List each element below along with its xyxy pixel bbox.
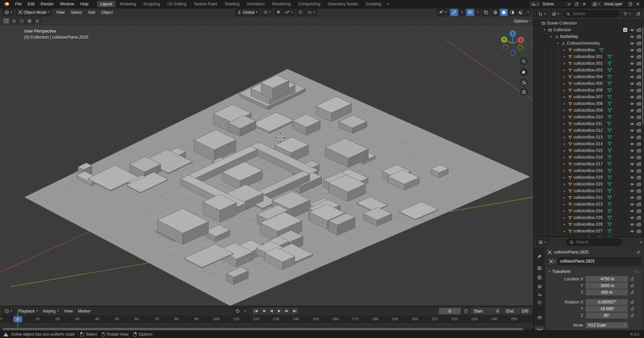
outliner-row[interactable]: ▸collisionBox.011 xyxy=(534,120,644,127)
menu-window[interactable]: Window xyxy=(57,1,77,7)
outliner-item-label[interactable]: collisionBox.020 xyxy=(574,182,603,186)
hide-viewport-toggle[interactable] xyxy=(629,61,635,66)
viewport-menu-view[interactable]: View xyxy=(53,10,68,15)
outliner-row[interactable]: ▸collisionBox.013 xyxy=(534,134,644,140)
hide-viewport-toggle[interactable] xyxy=(629,189,635,193)
outliner-item-label[interactable]: collisionBox.021 xyxy=(574,188,603,193)
outliner-item-label[interactable]: collisionBox.006 xyxy=(574,88,603,93)
play-button[interactable] xyxy=(275,307,283,315)
pin-icon[interactable] xyxy=(567,2,571,6)
outliner-item-label[interactable]: collisionBox.019 xyxy=(574,175,603,180)
tree-expand-arrow[interactable]: ▸ xyxy=(562,216,567,219)
blender-logo-icon[interactable] xyxy=(3,2,9,6)
timeline-expander-arrow[interactable]: ▸ xyxy=(1,317,2,320)
hide-viewport-toggle[interactable] xyxy=(629,135,635,139)
outliner-item-label[interactable]: collisionBox.014 xyxy=(574,142,603,146)
viewport-canvas[interactable] xyxy=(0,25,533,306)
tab-sculpting[interactable]: Sculpting xyxy=(140,1,163,7)
stopwatch-icon[interactable] xyxy=(464,309,468,314)
tree-expand-arrow[interactable]: ▸ xyxy=(562,169,567,172)
tab-shading[interactable]: Shading xyxy=(221,1,243,7)
options-dropdown[interactable]: Options▾ xyxy=(514,19,531,23)
hide-viewport-toggle[interactable] xyxy=(629,229,635,233)
gizmo-minus-y-axis[interactable] xyxy=(518,45,523,50)
disable-render-toggle[interactable] xyxy=(635,202,642,207)
checkbox-slot[interactable] xyxy=(622,27,629,32)
properties-search-input[interactable] xyxy=(575,239,620,245)
transform-value-field[interactable]: 450 m xyxy=(586,289,628,295)
disable-render-toggle[interactable] xyxy=(635,142,642,146)
outliner-row[interactable]: ▸collisionBox.006 xyxy=(534,87,644,94)
lock-toggle[interactable] xyxy=(628,300,636,304)
timeline-menu-marker[interactable]: Marker xyxy=(75,309,93,314)
hide-viewport-toggle[interactable] xyxy=(629,102,635,106)
visibility-dropdown[interactable]: ▾ xyxy=(436,9,449,16)
gizmo-minus-x-axis[interactable] xyxy=(503,45,508,50)
scene-browse-icon[interactable] xyxy=(531,2,536,6)
hide-viewport-toggle[interactable] xyxy=(629,28,635,32)
mode-selector[interactable]: Object Mode▾ xyxy=(16,9,52,16)
previous-keyframe-button[interactable] xyxy=(260,307,267,315)
lock-toggle[interactable] xyxy=(628,313,636,318)
disable-render-toggle[interactable] xyxy=(635,88,642,93)
disable-render-toggle[interactable] xyxy=(635,175,642,180)
outliner-row[interactable]: ▾BattleMap xyxy=(534,33,644,40)
outliner-row[interactable]: ▸collisionBox.010 xyxy=(534,114,644,120)
outliner-search[interactable] xyxy=(563,10,620,17)
outliner-row[interactable]: ▸collisionBox.016 xyxy=(534,154,644,161)
disable-render-toggle[interactable] xyxy=(635,222,642,227)
snap-target-selector[interactable]: ▾ xyxy=(282,9,295,16)
new-collection-button[interactable] xyxy=(634,10,642,17)
timeline-menu-view[interactable]: View xyxy=(61,309,75,314)
tab-scene[interactable] xyxy=(535,290,544,299)
timeline-editor-type[interactable]: ▾ xyxy=(2,307,14,315)
jump-to-end-button[interactable] xyxy=(291,307,298,315)
outliner-scrollbar[interactable] xyxy=(642,27,643,124)
editor-type-button[interactable]: ▾ xyxy=(2,9,14,16)
hide-viewport-toggle[interactable] xyxy=(629,41,635,46)
select-mode-extend-button[interactable] xyxy=(10,18,17,24)
drag-grip-icon[interactable] xyxy=(634,270,639,273)
outliner-row[interactable]: ▸collisionBox.020 xyxy=(534,181,644,187)
object-name-value[interactable]: collisionPlane.2825 xyxy=(557,258,641,265)
proportional-edit-toggle[interactable] xyxy=(297,9,305,16)
hide-viewport-toggle[interactable] xyxy=(629,108,635,113)
lock-toggle[interactable] xyxy=(628,283,636,288)
hide-viewport-toggle[interactable] xyxy=(629,88,635,93)
disable-render-toggle[interactable] xyxy=(635,189,642,193)
outliner-item-label[interactable]: collisionBox.004 xyxy=(574,74,603,79)
outliner-row[interactable]: ▸collisionBox.009 xyxy=(534,107,644,114)
hide-viewport-toggle[interactable] xyxy=(629,216,635,220)
close-icon[interactable] xyxy=(582,2,586,6)
tree-expand-arrow[interactable]: ▸ xyxy=(562,162,567,166)
outliner-row[interactable]: ▸collisionBox.024 xyxy=(534,208,644,214)
overlays-toggle[interactable] xyxy=(466,9,474,16)
disable-render-toggle[interactable] xyxy=(635,61,642,66)
outliner-row[interactable]: ▸collisionBox.022 xyxy=(534,194,644,201)
menu-help[interactable]: Help xyxy=(77,1,92,7)
outliner-row[interactable]: ▸collisionBox.027 xyxy=(534,228,644,234)
outliner-item-label[interactable]: collisionBox.022 xyxy=(574,195,603,200)
tree-expand-arrow[interactable]: ▸ xyxy=(562,223,567,226)
outliner-row[interactable]: ▾CollisionGeometry xyxy=(534,40,644,47)
outliner-item-label[interactable]: collisionBox.024 xyxy=(574,209,603,213)
lock-toggle[interactable] xyxy=(628,277,636,281)
tree-expand-arrow[interactable]: ▸ xyxy=(562,156,567,159)
outliner-row[interactable]: ▸collisionBox.004 xyxy=(534,73,644,80)
hide-viewport-toggle[interactable] xyxy=(629,81,635,86)
hide-viewport-toggle[interactable] xyxy=(629,169,635,173)
outliner-row[interactable]: ▸collisionBox.001 xyxy=(534,53,644,60)
tree-expand-arrow[interactable]: ▸ xyxy=(562,135,567,139)
navigation-gizmo[interactable]: Z Y X xyxy=(500,29,526,59)
pivot-selector[interactable]: ▾ xyxy=(261,9,273,16)
outliner-row[interactable]: ▸collisionBox.002 xyxy=(534,60,644,67)
add-workspace-button[interactable]: + xyxy=(385,2,391,6)
viewport-menu-select[interactable]: Select xyxy=(68,10,85,15)
hide-viewport-toggle[interactable] xyxy=(629,128,635,133)
scene-name[interactable]: Scene xyxy=(540,2,565,6)
outliner-row[interactable]: Scene Collection xyxy=(534,20,644,26)
play-reverse-button[interactable] xyxy=(268,307,275,315)
hide-viewport-toggle[interactable] xyxy=(629,48,635,52)
tree-expand-arrow[interactable]: ▸ xyxy=(562,229,567,233)
gizmo-toggle[interactable] xyxy=(450,9,458,16)
